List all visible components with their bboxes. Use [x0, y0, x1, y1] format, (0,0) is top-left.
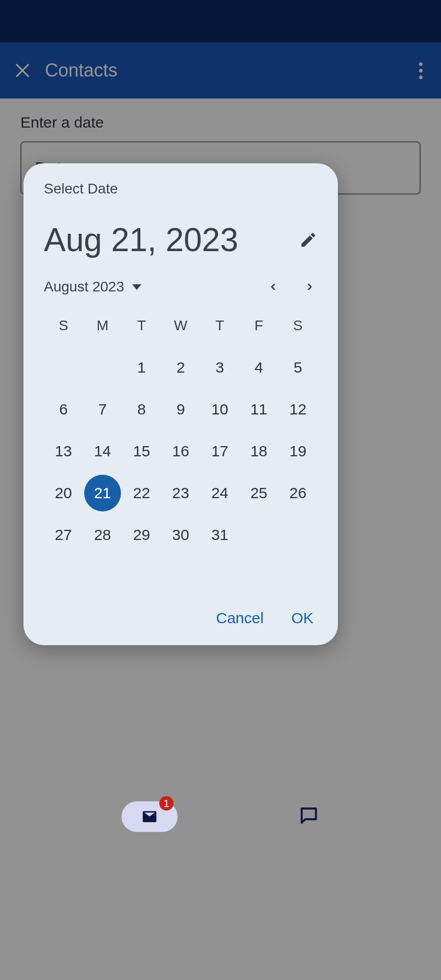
- calendar-day[interactable]: 6: [44, 391, 83, 428]
- calendar-day[interactable]: 15: [122, 433, 161, 470]
- chat-bubble-icon: [298, 805, 320, 826]
- weekday-header: S: [278, 307, 317, 344]
- calendar-grid: SMTWTFS123456789101112131415161718192021…: [44, 307, 317, 553]
- month-year-label: August 2023: [44, 279, 124, 295]
- weekday-header: W: [161, 307, 201, 344]
- ok-button[interactable]: OK: [291, 609, 313, 627]
- month-year-selector[interactable]: August 2023: [44, 279, 141, 295]
- weekday-header: M: [83, 307, 122, 344]
- switch-to-text-input-button[interactable]: [299, 231, 317, 249]
- weekday-header: S: [44, 307, 83, 344]
- mail-badge: 1: [159, 796, 174, 811]
- calendar-day[interactable]: 20: [44, 475, 83, 511]
- calendar-day[interactable]: 9: [161, 391, 201, 428]
- calendar-day[interactable]: 28: [83, 517, 122, 553]
- calendar-day[interactable]: 21: [84, 475, 121, 511]
- weekday-header: T: [200, 307, 239, 344]
- calendar-day[interactable]: 17: [200, 433, 239, 470]
- chat-tab[interactable]: [298, 805, 320, 828]
- calendar-day[interactable]: 30: [161, 517, 201, 553]
- prev-month-button[interactable]: [265, 279, 281, 295]
- calendar-day[interactable]: 5: [278, 349, 317, 386]
- calendar-day[interactable]: 7: [83, 391, 122, 428]
- calendar-day[interactable]: 4: [239, 349, 279, 386]
- calendar-day[interactable]: 19: [278, 433, 317, 470]
- calendar-day[interactable]: 13: [44, 433, 83, 470]
- chevron-right-icon: [305, 280, 315, 294]
- mail-tab[interactable]: 1: [121, 801, 178, 832]
- bottom-nav: 1: [0, 786, 441, 847]
- calendar-day[interactable]: 23: [161, 475, 201, 511]
- next-month-button[interactable]: [302, 279, 317, 295]
- calendar-day[interactable]: 31: [200, 517, 239, 553]
- date-picker-dialog: Select Date Aug 21, 2023 August 2023 SMT…: [23, 163, 338, 645]
- calendar-day[interactable]: 25: [239, 475, 279, 511]
- calendar-day[interactable]: 29: [122, 517, 161, 553]
- calendar-day[interactable]: 3: [200, 349, 239, 386]
- calendar-day[interactable]: 16: [161, 433, 201, 470]
- calendar-day[interactable]: 8: [122, 391, 161, 428]
- calendar-day[interactable]: 27: [44, 517, 83, 553]
- chevron-left-icon: [268, 280, 278, 294]
- dropdown-arrow-icon: [132, 284, 141, 290]
- calendar-day[interactable]: 2: [161, 349, 201, 386]
- calendar-day[interactable]: 14: [83, 433, 122, 470]
- selected-date-headline: Aug 21, 2023: [44, 224, 238, 256]
- mail-icon: [139, 808, 160, 825]
- weekday-header: T: [122, 307, 161, 344]
- dialog-title: Select Date: [44, 181, 317, 197]
- calendar-day[interactable]: 24: [200, 475, 239, 511]
- calendar-day[interactable]: 22: [122, 475, 161, 511]
- calendar-day[interactable]: 26: [278, 475, 317, 511]
- calendar-day[interactable]: 18: [239, 433, 279, 470]
- pencil-icon: [299, 231, 317, 249]
- weekday-header: F: [239, 307, 279, 344]
- calendar-day[interactable]: 10: [200, 391, 239, 428]
- cancel-button[interactable]: Cancel: [216, 609, 263, 627]
- calendar-day[interactable]: 11: [239, 391, 279, 428]
- calendar-day[interactable]: 12: [278, 391, 317, 428]
- calendar-day[interactable]: 1: [122, 349, 161, 386]
